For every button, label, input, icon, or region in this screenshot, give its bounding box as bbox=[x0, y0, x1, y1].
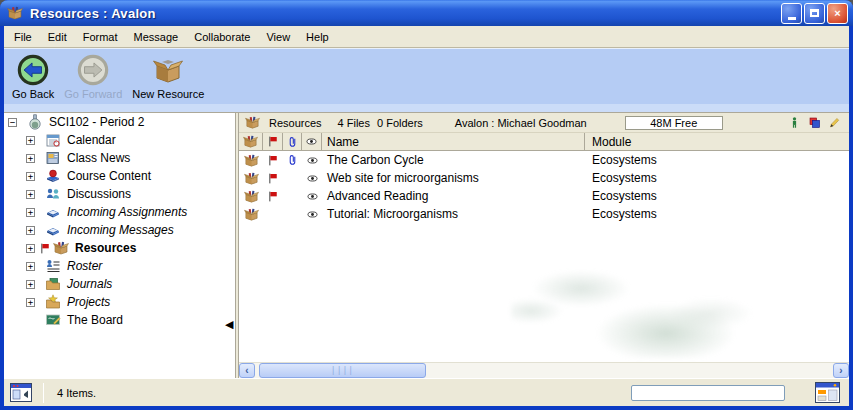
file-row[interactable]: Advanced Reading Ecosystems bbox=[239, 187, 849, 205]
expand-toggle-icon[interactable]: + bbox=[26, 190, 35, 199]
paperclip-icon bbox=[286, 153, 299, 167]
eye-icon bbox=[305, 209, 320, 220]
flag-icon bbox=[39, 242, 51, 255]
file-row[interactable]: Web site for microorganisms Ecosystems bbox=[239, 169, 849, 187]
collapse-toggle-icon[interactable]: − bbox=[8, 118, 17, 127]
close-button[interactable]: × bbox=[827, 3, 848, 24]
window-title: Resources : Avalon bbox=[30, 6, 156, 21]
column-module[interactable]: Module bbox=[585, 133, 849, 150]
new-resource-label: New Resource bbox=[132, 88, 204, 100]
file-module: Ecosystems bbox=[585, 205, 849, 223]
book-icon bbox=[45, 222, 61, 238]
folder-count: 0 Folders bbox=[377, 117, 423, 129]
go-forward-button[interactable]: Go Forward bbox=[64, 54, 122, 100]
menu-file[interactable]: File bbox=[6, 28, 40, 46]
panel-title: Resources bbox=[269, 117, 322, 129]
expand-toggle-icon[interactable]: + bbox=[26, 136, 35, 145]
new-resource-button[interactable]: New Resource bbox=[132, 54, 204, 100]
app-body: File Edit Format Message Collaborate Vie… bbox=[4, 26, 849, 406]
tree-item-label: Projects bbox=[67, 295, 110, 309]
scroll-left-button[interactable]: ‹ bbox=[239, 363, 255, 378]
expand-toggle-icon[interactable]: + bbox=[26, 244, 35, 253]
collapse-panel-icon[interactable]: ◀ bbox=[225, 319, 233, 330]
expand-toggle-icon[interactable]: + bbox=[26, 280, 35, 289]
statusbar-progress-field bbox=[631, 385, 785, 401]
go-back-button[interactable]: Go Back bbox=[12, 54, 54, 100]
tree-item-roster[interactable]: + Roster bbox=[4, 257, 235, 275]
tree-item-label: Course Content bbox=[67, 169, 151, 183]
layers-icon[interactable] bbox=[808, 116, 821, 129]
column-viewed[interactable] bbox=[302, 133, 322, 150]
expand-toggle-icon[interactable]: + bbox=[26, 208, 35, 217]
menu-edit[interactable]: Edit bbox=[40, 28, 75, 46]
tree-item-label: The Board bbox=[67, 313, 123, 327]
pencil-icon[interactable] bbox=[828, 116, 841, 129]
tree-item-class-root[interactable]: − SCI102 - Period 2 bbox=[4, 113, 235, 131]
column-item-type[interactable] bbox=[239, 133, 263, 150]
tree-item-calendar[interactable]: + Calendar bbox=[4, 131, 235, 149]
tree-item-the-board[interactable]: The Board bbox=[4, 311, 235, 329]
expand-toggle-icon[interactable]: + bbox=[26, 154, 35, 163]
column-flag[interactable] bbox=[263, 133, 283, 150]
tree-item-label: Incoming Messages bbox=[67, 223, 174, 237]
window-panel-icon[interactable] bbox=[10, 383, 32, 402]
layout-panel-icon[interactable] bbox=[815, 382, 840, 403]
tree-item-incoming-messages[interactable]: + Incoming Messages bbox=[4, 221, 235, 239]
tree-item-label: Journals bbox=[67, 277, 112, 291]
tree-item-label: Discussions bbox=[67, 187, 131, 201]
content-area: − SCI102 - Period 2 + Calendar + Class N… bbox=[4, 112, 849, 378]
book-icon bbox=[45, 204, 61, 220]
tree-item-class-news[interactable]: + Class News bbox=[4, 149, 235, 167]
tree-item-journals[interactable]: + Journals bbox=[4, 275, 235, 293]
scrollbar-track[interactable]: |||| bbox=[255, 363, 833, 378]
expand-toggle-icon[interactable]: + bbox=[26, 262, 35, 271]
flask-icon bbox=[27, 114, 43, 130]
tree-item-discussions[interactable]: + Discussions bbox=[4, 185, 235, 203]
file-row[interactable]: Tutorial: Microorganisms Ecosystems bbox=[239, 205, 849, 223]
menu-format[interactable]: Format bbox=[75, 28, 126, 46]
resource-box-icon bbox=[243, 134, 258, 149]
eye-icon bbox=[305, 155, 320, 166]
file-name: Advanced Reading bbox=[322, 187, 585, 205]
menu-bar: File Edit Format Message Collaborate Vie… bbox=[4, 26, 849, 48]
minimize-button[interactable] bbox=[781, 3, 802, 24]
tree-item-projects[interactable]: + Projects bbox=[4, 293, 235, 311]
file-row[interactable]: The Carbon Cycle Ecosystems bbox=[239, 151, 849, 169]
horizontal-scrollbar: ‹ |||| › bbox=[239, 362, 849, 378]
column-name[interactable]: Name bbox=[322, 133, 585, 150]
person-icon[interactable] bbox=[788, 116, 801, 129]
tree-item-resources[interactable]: + Resources bbox=[4, 239, 235, 257]
expand-toggle-icon[interactable]: + bbox=[26, 172, 35, 181]
menu-collaborate[interactable]: Collaborate bbox=[186, 28, 258, 46]
go-forward-icon bbox=[77, 54, 109, 86]
panel-header-icons bbox=[788, 116, 841, 129]
menu-help[interactable]: Help bbox=[298, 28, 337, 46]
tree-item-label: Incoming Assignments bbox=[67, 205, 187, 219]
column-attachment[interactable] bbox=[283, 133, 302, 150]
board-icon bbox=[45, 312, 61, 328]
resource-box-icon bbox=[6, 5, 24, 21]
file-module: Ecosystems bbox=[585, 151, 849, 169]
scroll-right-button[interactable]: › bbox=[833, 363, 849, 378]
menu-message[interactable]: Message bbox=[126, 28, 187, 46]
item-count-text: 4 Items. bbox=[57, 387, 96, 399]
scrollbar-thumb[interactable]: |||| bbox=[259, 363, 426, 378]
file-name: Web site for microorganisms bbox=[322, 169, 585, 187]
tree-item-incoming-assignments[interactable]: + Incoming Assignments bbox=[4, 203, 235, 221]
expand-toggle-icon[interactable]: + bbox=[26, 298, 35, 307]
resource-box-icon bbox=[244, 189, 259, 204]
navigation-tree: − SCI102 - Period 2 + Calendar + Class N… bbox=[4, 113, 235, 378]
menu-view[interactable]: View bbox=[258, 28, 298, 46]
flag-icon bbox=[267, 154, 279, 167]
resource-box-icon bbox=[53, 240, 69, 256]
free-space-label: 48M Free bbox=[650, 117, 697, 129]
tree-item-course-content[interactable]: + Course Content bbox=[4, 167, 235, 185]
status-bar: 4 Items. bbox=[4, 378, 849, 406]
file-module: Ecosystems bbox=[585, 187, 849, 205]
account-name: Avalon : Michael Goodman bbox=[455, 117, 587, 129]
expand-toggle-icon[interactable]: + bbox=[26, 226, 35, 235]
eye-icon bbox=[304, 136, 319, 147]
maximize-button[interactable] bbox=[804, 3, 825, 24]
discussions-icon bbox=[45, 186, 61, 202]
go-forward-label: Go Forward bbox=[64, 88, 122, 100]
